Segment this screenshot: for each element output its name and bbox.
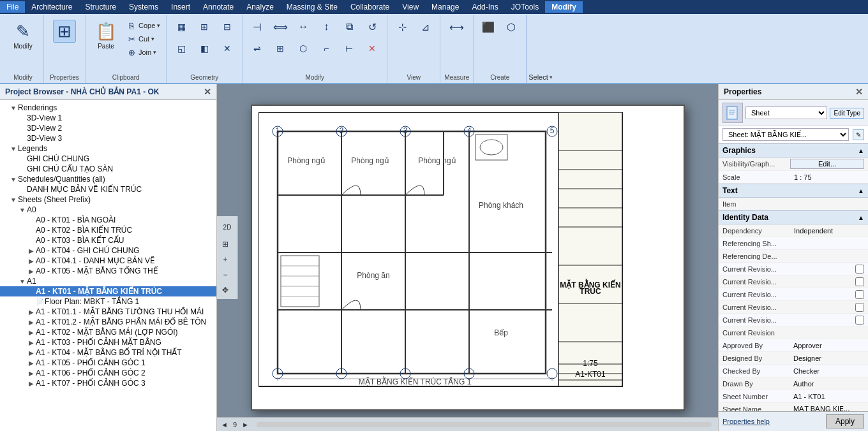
identity-checkbox[interactable]	[855, 316, 864, 325]
canvas-nav-back[interactable]: ◄	[221, 421, 228, 428]
tree-item[interactable]: ▼Renderings	[0, 103, 216, 113]
mirror-button[interactable]: ↔	[292, 17, 314, 37]
mirror2-button[interactable]: ⇌	[246, 38, 268, 59]
tree-item[interactable]: ▼Legends	[0, 143, 216, 154]
project-browser-tree[interactable]: ▼Renderings 3D-View 1 3D-View 2 3D-View …	[0, 100, 216, 431]
tree-item[interactable]: 📄Floor Plan: MBKT - TẦNG 1	[0, 296, 216, 307]
measure-btn1[interactable]: ⟷	[446, 17, 468, 37]
select-dropdown[interactable]: ▾	[550, 74, 553, 80]
tree-item[interactable]: ▶A1 - KT07 - PHỐI CẢNH GÓC 3	[0, 378, 216, 388]
tree-item[interactable]: ▶A1 - KT03 - PHỐI CẢNH MẶT BẰNG	[0, 337, 216, 347]
view-pan[interactable]: ✥	[218, 283, 232, 297]
item-input[interactable]	[793, 200, 864, 208]
copy-button[interactable]: ⎘ Cope ▾	[124, 19, 162, 32]
sheet-selector[interactable]: Sheet: MẶT BẰNG KIẾ...	[722, 128, 849, 141]
geometry-btn4[interactable]: ◱	[170, 38, 192, 59]
tree-item[interactable]: 3D-View 3	[0, 133, 216, 143]
array-button[interactable]: ⊞	[269, 38, 291, 59]
tree-item[interactable]: ▶A1 - KT06 - PHỐI CẢNH GÓC 2	[0, 368, 216, 378]
tree-item[interactable]: A0 - KT02 - BÌA KIẾN TRÚC	[0, 225, 216, 235]
rotate-button[interactable]: ↺	[361, 17, 383, 37]
align-button[interactable]: ⊣	[246, 17, 268, 37]
tree-item[interactable]: A0 - KT01 - BÌA NGOÀI	[0, 215, 216, 225]
tree-item[interactable]: 3D-View 2	[0, 123, 216, 133]
canvas-scrollbar[interactable]	[257, 422, 712, 427]
tree-item[interactable]: ▶A1 - KT04 - MẶT BẰNG BỐ TRÍ NỘI THẤT	[0, 347, 216, 358]
menu-view[interactable]: View	[396, 1, 425, 13]
view-btn1[interactable]: ⊹	[391, 17, 413, 37]
create-btn1[interactable]: ⬛	[477, 17, 499, 37]
properties-button[interactable]: ⊞	[48, 18, 81, 45]
tree-item[interactable]: ▶A1 - KT05 - PHỐI CẢNH GÓC 1	[0, 358, 216, 368]
tree-item[interactable]: ▶A0 - KT04 - GHI CHÚ CHUNG	[0, 245, 216, 256]
tree-item[interactable]: ▶A1 - KT01.2 - MẶT BẰNG PHẦN MÁI ĐỔ BÊ T…	[0, 317, 216, 327]
modify-button[interactable]: ✎ Modify	[6, 18, 40, 52]
edit-sheet-button[interactable]: ✎	[853, 129, 864, 140]
tree-item[interactable]: ▼A0	[0, 205, 216, 215]
identity-checkbox[interactable]	[855, 303, 864, 312]
project-browser-close[interactable]: ✕	[204, 87, 211, 97]
menu-insert[interactable]: Insert	[165, 1, 197, 13]
edit-type-button[interactable]: Edit Type	[830, 108, 864, 119]
section-header-graphics[interactable]: Graphics ▲	[719, 143, 868, 157]
identity-checkbox[interactable]	[855, 265, 864, 274]
geometry-btn5[interactable]: ◧	[193, 38, 215, 59]
geometry-btn2[interactable]: ⊞	[193, 17, 215, 37]
tree-item[interactable]: 3D-View 1	[0, 113, 216, 123]
apply-button[interactable]: Apply	[826, 414, 864, 428]
visibility-edit-button[interactable]: Edit...	[790, 159, 864, 169]
menu-systems[interactable]: Systems	[123, 1, 165, 13]
tree-item[interactable]: A0 - KT03 - BÌA KẾT CẤU	[0, 235, 216, 245]
tree-item[interactable]: ▼Sheets (Sheet Prefix)	[0, 194, 216, 205]
section-header-identity[interactable]: Identity Data ▲	[719, 210, 868, 224]
menu-analyze[interactable]: Analyze	[240, 1, 280, 13]
menu-jotools[interactable]: JOTools	[505, 1, 545, 13]
canvas-nav-fwd[interactable]: ►	[242, 421, 249, 428]
view-zoom-out[interactable]: −	[218, 268, 232, 282]
menu-addins[interactable]: Add-Ins	[465, 1, 504, 13]
scale-button[interactable]: ⬡	[292, 38, 314, 59]
tree-item[interactable]: ▼Schedules/Quantities (all)	[0, 174, 216, 184]
menu-structure[interactable]: Structure	[79, 1, 123, 13]
identity-value-input[interactable]	[793, 405, 864, 412]
menu-architecture[interactable]: Architecture	[25, 1, 79, 13]
paste-button[interactable]: 📋 Paste	[89, 18, 123, 52]
identity-value-input[interactable]	[793, 380, 864, 388]
menu-manage[interactable]: Manage	[425, 1, 465, 13]
menu-massing[interactable]: Massing & Site	[280, 1, 344, 13]
view-zoom-fit[interactable]: ⊞	[218, 237, 232, 251]
identity-value-input[interactable]	[793, 354, 864, 362]
identity-checkbox[interactable]	[855, 277, 864, 286]
properties-help-link[interactable]: Properties help	[722, 418, 770, 425]
tree-item[interactable]: GHI CHÚ CẤU TẠO SÀN	[0, 164, 216, 174]
menu-annotate[interactable]: Annotate	[197, 1, 240, 13]
join-button[interactable]: ⊕ Join ▾	[124, 46, 162, 59]
tree-item[interactable]: ▼A1	[0, 276, 216, 286]
geometry-btn3[interactable]: ⊟	[216, 17, 238, 37]
trim-button[interactable]: ⌐	[315, 38, 337, 59]
identity-checkbox[interactable]	[855, 290, 864, 299]
split-button[interactable]: ⊢	[338, 38, 360, 59]
tree-item[interactable]: ▶A1 - KT02 - MẶT BẰNG MÁI (LỢP NGÓI)	[0, 327, 216, 337]
delete-button[interactable]: ✕	[361, 38, 383, 59]
menu-file[interactable]: File	[0, 1, 25, 13]
move-button[interactable]: ↕	[315, 17, 337, 37]
tree-item[interactable]: A1 - KT01 - MẶT BẰNG KIẾN TRÚC	[0, 286, 216, 296]
tree-item[interactable]: ▶A0 - KT05 - MẶT BẰNG TỔNG THỂ	[0, 266, 216, 276]
canvas-area[interactable]: 2D ⊞ + − ✥	[217, 84, 718, 431]
geometry-btn1[interactable]: ▦	[170, 17, 192, 37]
view-btn2[interactable]: ⊿	[414, 17, 436, 37]
section-header-text[interactable]: Text ▲	[719, 184, 868, 198]
type-name-select[interactable]: Sheet	[745, 106, 827, 119]
identity-value-input[interactable]	[793, 393, 864, 400]
create-btn2[interactable]: ⬡	[500, 17, 522, 37]
tree-item[interactable]: GHI CHÚ CHUNG	[0, 154, 216, 164]
copy-modify-button[interactable]: ⧉	[338, 17, 360, 37]
properties-close[interactable]: ✕	[855, 87, 863, 97]
view-3d-button[interactable]: 2D	[218, 218, 236, 236]
cut-button[interactable]: ✂ Cut ▾	[124, 33, 162, 45]
menu-collaborate[interactable]: Collaborate	[344, 1, 396, 13]
identity-value-input[interactable]	[793, 342, 864, 349]
menu-modify[interactable]: Modify	[545, 1, 583, 13]
tree-item[interactable]: DANH MỤC BẢN VẼ KIẾN TRÚC	[0, 184, 216, 194]
